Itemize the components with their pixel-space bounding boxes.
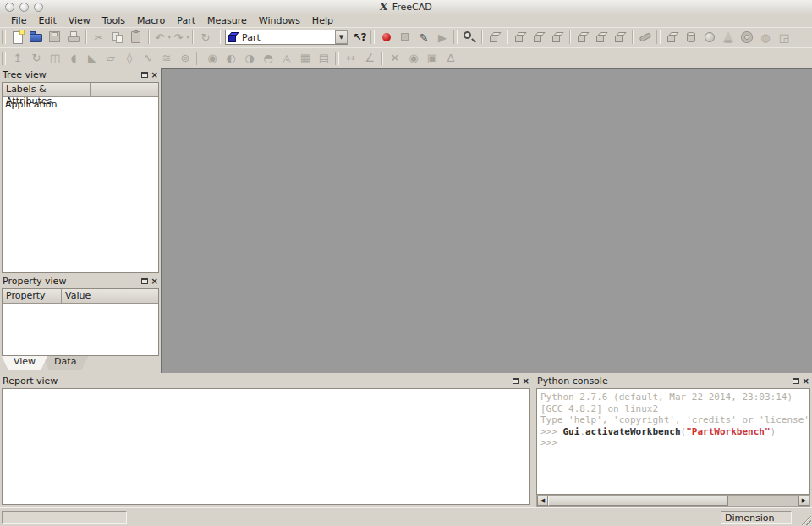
refresh-button[interactable]: ↻ [196,28,215,47]
whats-this-button[interactable]: ↖? [350,28,369,47]
view-top-button[interactable] [529,28,548,47]
scrollbar-thumb[interactable] [548,496,728,506]
toolbar-handle[interactable] [2,30,6,44]
boolean-operation-button[interactable]: ◉ [203,49,222,68]
menu-tools[interactable]: Tools [96,14,131,27]
fit-all-button[interactable] [460,28,479,47]
scroll-left-icon[interactable]: ◀ [537,496,548,506]
macro-record-button[interactable] [377,28,396,47]
tree-header-label: Labels & Attributes [3,83,91,96]
view-rear-button[interactable] [573,28,592,47]
part-fillet-icon: ◖ [65,50,82,67]
menu-part[interactable]: Part [171,14,201,27]
macro-edit-button[interactable]: ✎ [414,28,433,47]
float-panel-icon[interactable] [513,378,519,384]
part-cylinder-button[interactable] [682,28,700,47]
redo-dropdown-icon[interactable]: ▾ [186,34,189,41]
part-ruled-surface-button[interactable]: ▱ [102,49,120,68]
3d-viewport[interactable] [161,68,812,373]
save-document-button[interactable] [46,28,64,47]
view-right-button[interactable] [548,28,567,47]
float-panel-icon[interactable] [793,378,799,384]
cut-button[interactable]: ✂ [90,28,108,47]
part-sweep-button[interactable]: ∿ [139,49,157,68]
close-panel-icon[interactable]: × [151,72,158,79]
toggle-3d-measurement-icon: ▣ [424,50,441,67]
view-bottom-button[interactable] [592,28,611,47]
paste-button[interactable] [127,28,145,47]
float-panel-icon[interactable] [141,278,148,284]
part-sphere-button[interactable] [700,28,719,47]
toolbar-handle[interactable] [2,52,6,65]
toggle-delta-measurement-button[interactable]: Δ [442,49,460,68]
part-loft-button[interactable]: ◊ [120,49,139,68]
toolbar-handle[interactable] [370,30,375,44]
part-torus-button[interactable] [738,28,756,47]
close-panel-icon[interactable]: × [803,378,809,385]
workbench-selector[interactable]: Part ▼ [225,30,348,45]
part-box-button[interactable] [663,28,682,47]
toolbar-handle[interactable] [196,52,200,65]
horizontal-scrollbar[interactable]: ◀ ▶ [536,495,810,507]
close-panel-icon[interactable]: × [523,378,529,385]
toggle-measurement-button[interactable]: ◉ [404,49,423,68]
measure-linear-button[interactable]: ↔ [342,49,360,68]
menu-windows[interactable]: Windows [253,14,306,27]
part-cross-sections-button[interactable]: ≋ [157,49,176,68]
report-view-output[interactable] [2,388,530,505]
part-offset-button[interactable]: ⊚ [176,49,195,68]
toolbar-handle[interactable] [453,30,458,44]
make-compound-button[interactable]: ▦ [296,49,315,68]
menu-help[interactable]: Help [306,14,339,27]
part-fillet-button[interactable]: ◖ [64,49,83,68]
view-axonometric-button[interactable] [486,28,504,47]
part-chamfer-button[interactable]: ◣ [83,49,102,68]
part-revolve-button[interactable]: ↻ [27,49,46,68]
scroll-right-icon[interactable]: ▶ [798,496,809,506]
part-primitives-button[interactable]: ◍ [756,28,775,47]
chevron-down-icon[interactable]: ▼ [335,30,348,44]
resize-grip[interactable] [800,514,811,525]
float-panel-icon[interactable] [141,72,148,78]
boolean-cut-button[interactable]: ◐ [222,49,240,68]
menu-macro[interactable]: Macro [131,14,171,27]
boolean-union-button[interactable]: ◑ [240,49,259,68]
menu-file[interactable]: File [5,14,32,27]
part-cone-button[interactable] [719,28,738,47]
menu-measure[interactable]: Measure [201,14,253,27]
close-panel-icon[interactable]: × [151,278,158,285]
measure-distance-button[interactable] [636,28,655,47]
toolbar-handle[interactable] [656,30,661,44]
print-document-button[interactable] [64,28,83,47]
view-front-button[interactable] [511,28,529,47]
tree-item-application[interactable]: Application [3,97,158,112]
toolbar-handle[interactable] [335,52,339,65]
shape-builder-button[interactable]: ◲ [775,28,793,47]
part-mirror-button[interactable]: ◫ [46,49,64,68]
toolbar-handle[interactable] [217,30,221,44]
check-geometry-button[interactable]: ◬ [277,49,296,68]
macro-execute-button[interactable]: ▶ [433,28,452,47]
open-document-button[interactable] [27,28,46,47]
convert-to-solid-button[interactable]: ▤ [315,49,333,68]
convert-to-solid-icon: ▤ [315,50,332,67]
macro-stop-button[interactable] [396,28,414,47]
undo-button[interactable]: ↶▾ [152,28,171,47]
menu-view[interactable]: View [63,14,96,27]
scrollbar-track[interactable] [548,496,798,506]
clear-measurement-button[interactable]: ✕ [386,49,404,68]
part-extrude-button[interactable]: ↥ [8,49,27,68]
measure-angular-button[interactable]: ∠ [360,49,379,68]
toggle-3d-measurement-button[interactable]: ▣ [423,49,442,68]
tab-data[interactable]: Data [42,356,88,370]
macro-edit-icon: ✎ [415,29,432,46]
boolean-operation-icon: ◉ [204,50,221,67]
view-left-button[interactable] [611,28,629,47]
menu-edit[interactable]: Edit [32,14,62,27]
python-console-output[interactable]: Python 2.7.6 (default, Mar 22 2014, 23:0… [536,388,810,495]
redo-button[interactable]: ↷▾ [171,28,189,47]
copy-button[interactable] [108,28,127,47]
new-document-button[interactable] [8,28,27,47]
boolean-common-button[interactable]: ◓ [259,49,277,68]
tab-view[interactable]: View [2,356,47,370]
